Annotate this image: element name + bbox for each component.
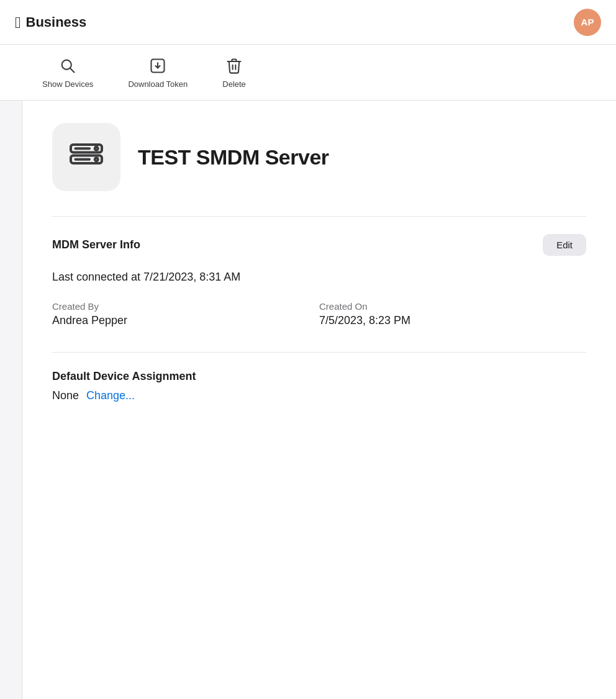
main-content: TEST SMDM Server MDM Server Info Edit La…: [22, 101, 616, 699]
svg-point-7: [95, 158, 98, 161]
edit-button[interactable]: Edit: [543, 234, 586, 256]
created-on-col: Created On 7/5/2023, 8:23 PM: [319, 301, 586, 327]
created-on-value: 7/5/2023, 8:23 PM: [319, 314, 586, 327]
logo-text: Business: [26, 14, 87, 30]
trash-icon: [224, 56, 244, 76]
download-token-button[interactable]: Download Token: [111, 50, 205, 95]
last-connected: Last connected at 7/21/2023, 8:31 AM: [52, 271, 586, 284]
avatar[interactable]: AP: [574, 9, 601, 36]
app-logo:  Business: [15, 14, 86, 30]
svg-line-1: [70, 68, 74, 72]
toolbar: Show Devices Download Token Delete: [0, 45, 616, 101]
created-by-label: Created By: [52, 301, 319, 312]
server-name: TEST SMDM Server: [138, 145, 329, 169]
meta-grid: Created By Andrea Pepper Created On 7/5/…: [52, 301, 586, 327]
search-icon: [58, 56, 78, 76]
svg-point-6: [95, 147, 98, 150]
assignment-value: None: [52, 389, 79, 402]
sidebar-accent: [0, 101, 22, 699]
server-icon-wrapper: [52, 123, 120, 191]
delete-label: Delete: [222, 79, 246, 89]
device-assignment-title: Default Device Assignment: [52, 370, 586, 383]
assignment-row: None Change...: [52, 389, 586, 402]
info-header: MDM Server Info Edit: [52, 234, 586, 256]
app-header:  Business AP: [0, 0, 616, 45]
show-devices-button[interactable]: Show Devices: [25, 50, 111, 95]
created-by-col: Created By Andrea Pepper: [52, 301, 319, 327]
server-header: TEST SMDM Server: [52, 123, 586, 191]
change-link[interactable]: Change...: [86, 389, 135, 402]
apple-icon: : [15, 14, 21, 30]
download-box-icon: [148, 56, 168, 76]
server-icon: [68, 138, 105, 176]
device-assignment-section: Default Device Assignment None Change...: [52, 352, 586, 402]
created-by-value: Andrea Pepper: [52, 314, 319, 327]
show-devices-label: Show Devices: [42, 79, 93, 89]
download-token-label: Download Token: [128, 79, 188, 89]
info-section-title: MDM Server Info: [52, 238, 140, 251]
created-on-label: Created On: [319, 301, 586, 312]
info-section: MDM Server Info Edit Last connected at 7…: [52, 216, 586, 327]
content-area: TEST SMDM Server MDM Server Info Edit La…: [0, 101, 616, 699]
delete-button[interactable]: Delete: [205, 50, 263, 95]
